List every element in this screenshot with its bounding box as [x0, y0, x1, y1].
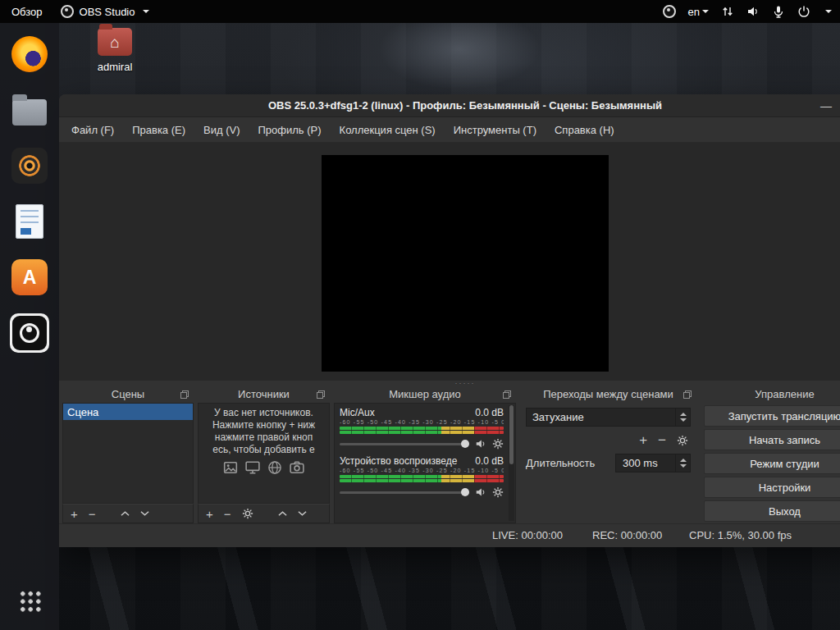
- window-titlebar[interactable]: OBS 25.0.3+dfsg1-2 (linux) - Профиль: Бе…: [59, 94, 840, 117]
- libreoffice-writer-icon: [16, 204, 43, 239]
- combo-arrows-icon[interactable]: [675, 409, 690, 426]
- minimize-button[interactable]: —: [820, 94, 832, 116]
- activities-button[interactable]: Обзор: [11, 6, 43, 18]
- app-menu-button[interactable]: OBS Studio: [61, 5, 150, 18]
- duration-spinbox[interactable]: 300 ms: [615, 454, 691, 472]
- show-applications-button[interactable]: [10, 581, 49, 620]
- dock-item-obs-active[interactable]: [10, 313, 49, 353]
- start-streaming-button[interactable]: Запустить трансляцию: [704, 405, 840, 427]
- menu-scene-collection[interactable]: Коллекция сцен (S): [331, 117, 445, 142]
- gnome-top-bar: Обзор OBS Studio en: [0, 0, 840, 23]
- window-title: OBS 25.0.3+dfsg1-2 (linux) - Профиль: Бе…: [268, 99, 662, 112]
- keyboard-layout-label: en: [688, 6, 700, 18]
- browser-source-icon: [267, 460, 282, 475]
- menu-help[interactable]: Справка (H): [546, 117, 623, 142]
- obs-tray-icon[interactable]: [663, 5, 676, 18]
- files-folder-icon: [12, 99, 47, 126]
- home-glyph-icon: ⌂: [110, 34, 119, 50]
- popout-icon[interactable]: [503, 390, 511, 399]
- menu-view[interactable]: Вид (V): [194, 117, 249, 142]
- obs-window: OBS 25.0.3+dfsg1-2 (linux) - Профиль: Бе…: [59, 94, 840, 547]
- move-source-down-button[interactable]: [298, 510, 307, 517]
- app-menu-label: OBS Studio: [80, 6, 135, 18]
- obs-studio-icon: [12, 316, 47, 350]
- software-letter: A: [23, 267, 37, 289]
- add-transition-button[interactable]: +: [639, 433, 647, 447]
- dock-item-software[interactable]: A: [10, 258, 49, 297]
- menu-tools[interactable]: Инструменты (T): [445, 117, 546, 142]
- scene-list-item[interactable]: Сцена: [63, 404, 193, 420]
- ubuntu-software-icon: A: [11, 259, 48, 295]
- microphone-icon[interactable]: [772, 5, 785, 18]
- volume-slider-handle[interactable]: [461, 488, 469, 496]
- exit-button[interactable]: Выход: [704, 500, 840, 522]
- channel-settings-gear-icon[interactable]: [492, 438, 504, 450]
- channel-level-db: 0.0 dB: [475, 455, 504, 468]
- camera-source-icon: [290, 460, 304, 475]
- transition-properties-gear-icon[interactable]: [677, 435, 688, 446]
- popout-icon[interactable]: [317, 390, 325, 399]
- scenes-list[interactable]: Сцена: [62, 403, 194, 504]
- settings-button[interactable]: Настройки: [704, 477, 840, 498]
- spinbox-arrows-icon[interactable]: [675, 454, 690, 472]
- volume-slider-handle[interactable]: [461, 440, 469, 448]
- firefox-icon: [11, 36, 48, 72]
- source-type-hint-icons: [223, 460, 304, 475]
- mute-speaker-icon[interactable]: [475, 438, 486, 450]
- studio-mode-button[interactable]: Режим студии: [704, 453, 840, 474]
- volume-icon[interactable]: [746, 5, 760, 18]
- dock-item-files[interactable]: [10, 90, 49, 130]
- popout-icon[interactable]: [683, 390, 692, 399]
- system-menu-chevron-icon[interactable]: [825, 10, 832, 13]
- menu-file[interactable]: Файл (F): [62, 117, 123, 142]
- remove-source-button[interactable]: −: [224, 508, 231, 520]
- obs-app-icon: [61, 5, 74, 18]
- move-scene-up-button[interactable]: [121, 510, 130, 517]
- remove-scene-button[interactable]: −: [89, 508, 96, 520]
- mixer-scrollbar-thumb[interactable]: [509, 405, 514, 464]
- live-time-status: LIVE: 00:00:00: [492, 529, 563, 541]
- home-folder-icon: ⌂: [98, 28, 132, 56]
- menu-edit[interactable]: Правка (E): [123, 117, 194, 142]
- network-icon[interactable]: [721, 5, 734, 18]
- preview-area: [59, 143, 840, 381]
- mixer-scrollbar[interactable]: [509, 405, 514, 521]
- sources-empty-panel[interactable]: У вас нет источников. Нажмите кнопку + н…: [198, 403, 330, 504]
- transition-selected-value: Затухание: [532, 411, 584, 423]
- channel-name: Устройство воспроизведе: [340, 455, 475, 468]
- add-source-button[interactable]: +: [206, 508, 213, 520]
- dock-item-writer[interactable]: [10, 202, 49, 241]
- sources-dock-title-label: Источники: [238, 388, 290, 400]
- popout-icon[interactable]: [180, 390, 189, 399]
- start-recording-button[interactable]: Начать запись: [704, 429, 840, 450]
- remove-transition-button[interactable]: −: [658, 433, 666, 447]
- menu-profile[interactable]: Профиль (P): [249, 117, 331, 142]
- cpu-fps-status: CPU: 1.5%, 30.00 fps: [689, 529, 792, 541]
- move-scene-down-button[interactable]: [140, 510, 149, 517]
- volume-slider[interactable]: [340, 491, 469, 494]
- program-canvas: [322, 155, 609, 372]
- channel-settings-gear-icon[interactable]: [492, 486, 504, 498]
- transitions-panel: Затухание + − Длительность 300 ms: [520, 403, 696, 523]
- sources-dock: Источники У вас нет источников. Нажмите …: [198, 386, 330, 523]
- power-icon[interactable]: [797, 5, 810, 18]
- mixer-channel: Устройство воспроизведе 0.0 dB -60 -55 -…: [340, 455, 504, 498]
- keyboard-layout-indicator[interactable]: en: [688, 6, 709, 18]
- source-properties-gear-icon[interactable]: [242, 508, 253, 519]
- dock-item-firefox[interactable]: [10, 34, 49, 74]
- add-scene-button[interactable]: +: [71, 508, 78, 520]
- duration-label: Длительность: [526, 457, 595, 469]
- dock-item-media-player[interactable]: [10, 146, 49, 185]
- mute-speaker-icon[interactable]: [475, 486, 486, 498]
- scenes-dock: Сцены Сцена + −: [62, 386, 194, 523]
- transitions-dock: Переходы между сценами Затухание + − Дли…: [520, 386, 696, 523]
- transitions-dock-title-label: Переходы между сценами: [543, 388, 673, 400]
- controls-dock-title-label: Управление: [755, 388, 814, 400]
- volume-slider[interactable]: [340, 443, 469, 445]
- move-source-up-button[interactable]: [278, 510, 287, 517]
- transition-select[interactable]: Затухание: [526, 408, 691, 427]
- menu-bar: Файл (F) Правка (E) Вид (V) Профиль (P) …: [59, 117, 840, 143]
- desktop-icon-admiral[interactable]: ⌂ admiral: [87, 28, 143, 73]
- duration-value: 300 ms: [623, 457, 658, 469]
- dock-row: Сцены Сцена + − Источники: [59, 386, 840, 523]
